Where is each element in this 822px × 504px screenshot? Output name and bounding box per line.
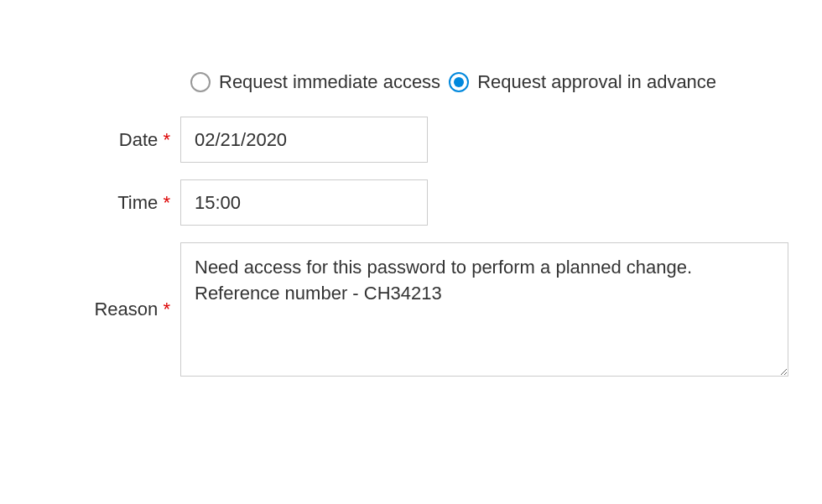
radio-advance-approval[interactable]: Request approval in advance (449, 71, 716, 93)
date-row: Date * (34, 117, 788, 163)
radio-immediate-access[interactable]: Request immediate access (190, 71, 440, 93)
reason-textarea[interactable]: Need access for this password to perform… (180, 242, 788, 377)
time-input[interactable] (180, 179, 428, 226)
radio-circle-icon (190, 72, 211, 92)
time-label-text: Time (117, 192, 158, 213)
date-label: Date * (34, 129, 180, 151)
radio-inner-dot-icon (454, 77, 464, 87)
time-label: Time * (34, 192, 180, 214)
radio-advance-label: Request approval in advance (477, 71, 716, 93)
time-row: Time * (34, 179, 788, 226)
required-asterisk-icon: * (163, 299, 170, 320)
radio-immediate-label: Request immediate access (219, 71, 440, 93)
date-label-text: Date (119, 129, 158, 150)
access-request-form: Request immediate access Request approva… (34, 71, 788, 377)
required-asterisk-icon: * (163, 192, 170, 213)
date-input[interactable] (180, 117, 428, 163)
reason-row: Reason * Need access for this password t… (34, 242, 788, 377)
radio-circle-selected-icon (449, 72, 469, 92)
required-asterisk-icon: * (163, 129, 170, 150)
reason-label-text: Reason (94, 299, 158, 320)
access-type-radio-group: Request immediate access Request approva… (190, 71, 788, 93)
reason-label: Reason * (34, 299, 180, 320)
